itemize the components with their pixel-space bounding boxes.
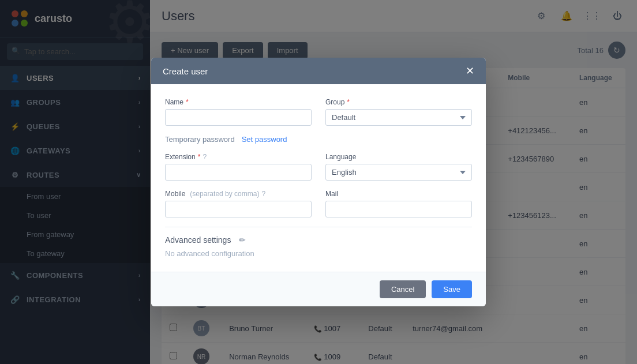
advanced-settings-section: Advanced settings ✏ No advanced configur… bbox=[165, 234, 472, 258]
form-row-name-group: Name * Group * Default Group A Group B bbox=[165, 98, 472, 126]
group-select[interactable]: Default Group A Group B bbox=[325, 109, 472, 126]
no-config-text: No advanced configuration bbox=[165, 249, 472, 258]
extension-input[interactable] bbox=[165, 164, 312, 181]
language-field-col: Language English German French Spanish bbox=[325, 153, 472, 181]
extension-field-col: Extension * ? bbox=[165, 153, 312, 181]
advanced-edit-button[interactable]: ✏ bbox=[235, 234, 249, 246]
modal-footer: Cancel Save bbox=[151, 272, 486, 306]
form-row-ext-lang: Extension * ? Language English German Fr… bbox=[165, 153, 472, 181]
cancel-button[interactable]: Cancel bbox=[380, 280, 426, 298]
name-label: Name * bbox=[165, 98, 312, 106]
mobile-hint: (separated by comma) bbox=[190, 190, 259, 198]
modal-body: Name * Group * Default Group A Group B bbox=[151, 84, 486, 272]
mobile-field-col: Mobile (separated by comma) ? bbox=[165, 190, 312, 217]
set-password-link[interactable]: Set password bbox=[242, 135, 287, 144]
extension-label: Extension * ? bbox=[165, 153, 312, 161]
mobile-help-icon[interactable]: ? bbox=[261, 190, 265, 198]
modal-close-button[interactable]: ✕ bbox=[466, 66, 474, 76]
mail-field-col: Mail bbox=[325, 190, 472, 217]
name-field-col: Name * bbox=[165, 98, 312, 126]
language-label: Language bbox=[325, 153, 472, 161]
required-indicator: * bbox=[186, 98, 189, 106]
divider bbox=[165, 227, 472, 227]
mobile-input[interactable] bbox=[165, 201, 312, 217]
mail-input[interactable] bbox=[325, 201, 472, 217]
required-indicator: * bbox=[198, 153, 201, 161]
language-select[interactable]: English German French Spanish bbox=[325, 164, 472, 181]
temp-password-row: Temporary password Set password bbox=[165, 135, 472, 144]
group-field-col: Group * Default Group A Group B bbox=[325, 98, 472, 126]
modal-header: Create user ✕ bbox=[151, 58, 486, 84]
save-button[interactable]: Save bbox=[432, 280, 472, 298]
mail-label: Mail bbox=[325, 190, 472, 198]
name-input[interactable] bbox=[165, 109, 312, 126]
create-user-modal: Create user ✕ Name * Group * bbox=[151, 58, 486, 306]
modal-overlay: Create user ✕ Name * Group * bbox=[0, 0, 637, 364]
required-indicator: * bbox=[347, 98, 350, 106]
temp-password-label: Temporary password bbox=[165, 135, 235, 144]
advanced-settings-header: Advanced settings ✏ bbox=[165, 234, 472, 246]
group-label: Group * bbox=[325, 98, 472, 106]
modal-title: Create user bbox=[163, 66, 208, 76]
mobile-label: Mobile (separated by comma) ? bbox=[165, 190, 312, 198]
advanced-settings-label: Advanced settings bbox=[165, 235, 231, 245]
form-row-mobile-mail: Mobile (separated by comma) ? Mail bbox=[165, 190, 472, 217]
help-icon[interactable]: ? bbox=[203, 153, 207, 161]
